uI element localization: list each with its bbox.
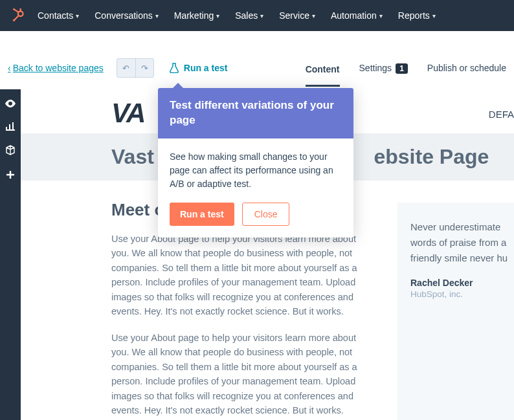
- editor-toolbar: ‹Back to website pages ↶ ↷ Run a test Co…: [0, 47, 514, 89]
- chevron-down-icon: ▾: [432, 12, 436, 19]
- run-test-popover: Test different variations of your page S…: [158, 88, 353, 238]
- hubspot-logo-icon[interactable]: [10, 8, 26, 23]
- undo-icon: ↶: [122, 63, 129, 73]
- nav-reports[interactable]: Reports▾: [398, 10, 436, 21]
- nav-conversations[interactable]: Conversations▾: [95, 10, 159, 21]
- svg-line-1: [15, 16, 19, 19]
- quote-text: Never underestimate words of praise from…: [410, 219, 514, 266]
- chevron-down-icon: ▾: [260, 12, 263, 19]
- run-test-button[interactable]: Run a test: [170, 63, 228, 73]
- popover-body: See how making small changes to your pag…: [158, 138, 353, 203]
- chart-icon[interactable]: [5, 122, 16, 131]
- chevron-down-icon: ▾: [155, 12, 159, 19]
- chevron-down-icon: ▾: [76, 12, 79, 19]
- flask-icon: [170, 63, 179, 73]
- body-paragraph: Use your About page to help your visitor…: [111, 331, 375, 418]
- quote-company: HubSpot, inc.: [410, 289, 514, 299]
- publish-button[interactable]: Publish or schedule: [427, 59, 506, 77]
- redo-button[interactable]: ↷: [135, 59, 153, 77]
- popover-title: Test different variations of your page: [158, 88, 353, 138]
- body-paragraph: Use your About page to help your visitor…: [111, 232, 375, 319]
- settings-badge: 1: [396, 63, 408, 74]
- nav-contacts[interactable]: Contacts▾: [38, 10, 79, 21]
- nav-marketing[interactable]: Marketing▾: [174, 10, 219, 21]
- nav-service[interactable]: Service▾: [279, 10, 315, 21]
- tab-content[interactable]: Content: [306, 62, 340, 87]
- plus-icon[interactable]: [5, 170, 16, 180]
- brand-logo-fragment: VA: [111, 98, 144, 129]
- nav-automation[interactable]: Automation▾: [331, 10, 383, 21]
- svg-point-0: [18, 11, 23, 16]
- quote-author: Rachel Decker: [410, 278, 514, 288]
- back-link[interactable]: ‹Back to website pages: [8, 63, 104, 73]
- popover-arrow-icon: [172, 83, 184, 89]
- popover-run-test-button[interactable]: Run a test: [170, 203, 234, 226]
- chevron-left-icon: ‹: [8, 63, 11, 73]
- eye-icon[interactable]: [5, 100, 16, 107]
- chevron-down-icon: ▾: [312, 12, 315, 19]
- variant-label-fragment: DEFA: [489, 109, 514, 120]
- popover-close-button[interactable]: Close: [242, 203, 290, 226]
- tab-settings[interactable]: Settings1: [359, 59, 408, 77]
- nav-sales[interactable]: Sales▾: [235, 10, 263, 21]
- chevron-down-icon: ▾: [216, 12, 219, 19]
- chevron-down-icon: ▾: [379, 12, 383, 19]
- left-rail: [0, 89, 21, 420]
- cube-icon[interactable]: [5, 145, 16, 155]
- redo-icon: ↷: [141, 63, 148, 73]
- testimonial-card: Never underestimate words of praise from…: [397, 203, 514, 420]
- svg-point-2: [13, 19, 15, 21]
- undo-button[interactable]: ↶: [117, 59, 135, 77]
- top-nav: Contacts▾ Conversations▾ Marketing▾ Sale…: [0, 0, 514, 31]
- svg-point-6: [13, 8, 15, 10]
- svg-line-5: [15, 10, 19, 12]
